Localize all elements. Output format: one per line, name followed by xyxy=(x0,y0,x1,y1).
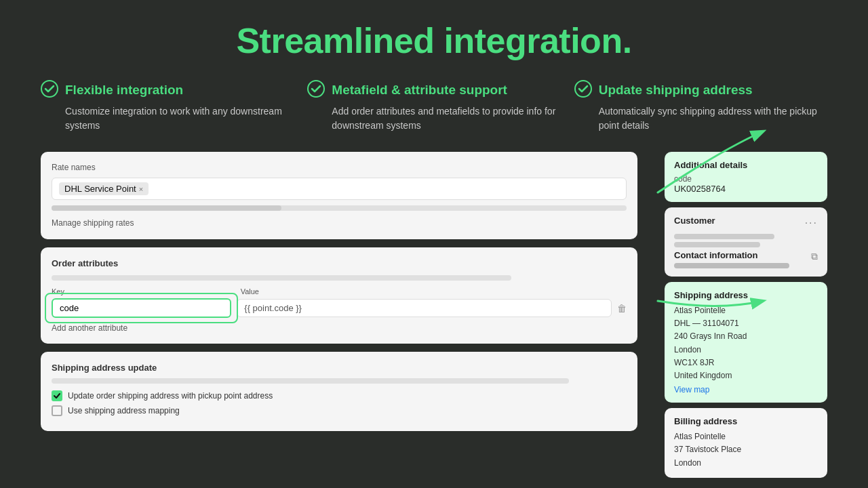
checkbox2-label: Use shipping address mapping xyxy=(68,406,180,415)
additional-details-code-value: UK00258764 xyxy=(674,184,818,194)
feature-shipping-desc: Automatically sync shipping address with… xyxy=(574,104,827,133)
svg-point-1 xyxy=(308,81,324,97)
page: Streamlined integration. Flexible integr… xyxy=(0,0,868,488)
additional-details-code-label: code xyxy=(674,174,818,184)
feature-shipping-title: Update shipping address xyxy=(599,83,753,98)
value-column-header: Value xyxy=(241,287,608,296)
customer-card: Customer ··· Contact information ⧉ xyxy=(665,207,827,277)
left-panel: Rate names DHL Service Point × Manage sh… xyxy=(41,152,637,431)
customer-title: Customer xyxy=(674,216,715,226)
features-row: Flexible integration Customize integrati… xyxy=(41,80,827,133)
feature-shipping-header: Update shipping address xyxy=(574,80,827,100)
order-attrs-card: Order attributes Key Value 🗑 Add another… xyxy=(41,247,637,344)
additional-details-card: Additional details code UK00258764 xyxy=(665,152,827,202)
feature-flexible-desc: Customize integration to work with any d… xyxy=(41,104,294,133)
dhl-tag-close[interactable]: × xyxy=(139,185,143,193)
rate-names-progress-fill xyxy=(52,205,281,211)
svg-point-2 xyxy=(575,81,591,97)
billing-line-3: London xyxy=(674,457,818,470)
feature-shipping: Update shipping address Automatically sy… xyxy=(574,80,827,133)
order-attrs-placeholder xyxy=(52,275,511,281)
order-attrs-title: Order attributes xyxy=(52,258,627,268)
feature-flexible: Flexible integration Customize integrati… xyxy=(41,80,294,133)
addr-line-5: WC1X 8JR xyxy=(674,357,818,369)
dhl-tag: DHL Service Point × xyxy=(59,182,149,195)
shipping-address-card: Shipping address Atlas Pointelle DHL — 3… xyxy=(665,282,827,403)
shipping-bar xyxy=(52,378,569,384)
contact-info-title: Contact information xyxy=(674,250,758,260)
key-column-header: Key xyxy=(52,287,235,296)
checkbox-row-1[interactable]: Update order shipping address with picku… xyxy=(52,390,627,401)
add-attribute-button[interactable]: Add another attribute xyxy=(52,323,627,333)
copy-icon[interactable]: ⧉ xyxy=(811,251,818,262)
customer-bar-1 xyxy=(674,234,774,239)
shipping-update-title: Shipping address update xyxy=(52,363,627,373)
customer-menu-dots[interactable]: ··· xyxy=(805,217,818,229)
addr-line-4: London xyxy=(674,344,818,357)
feature-metafield-title: Metafield & attribute support xyxy=(332,83,507,98)
billing-line-1: Atlas Pointelle xyxy=(674,430,818,443)
checkbox-row-2[interactable]: Use shipping address mapping xyxy=(52,405,627,416)
view-map-link[interactable]: View map xyxy=(674,385,818,394)
feature-metafield-desc: Add order attributes and metafields to p… xyxy=(307,104,560,133)
value-input[interactable] xyxy=(237,299,612,317)
kv-delete-icon[interactable]: 🗑 xyxy=(617,303,627,314)
svg-point-0 xyxy=(41,81,58,97)
rate-names-label: Rate names xyxy=(52,163,627,172)
feature-metafield-header: Metafield & attribute support xyxy=(307,80,560,100)
check-icon-flexible xyxy=(41,80,58,100)
kv-row: 🗑 xyxy=(52,298,627,318)
content-area: Rate names DHL Service Point × Manage sh… xyxy=(41,152,827,478)
billing-address-title: Billing address xyxy=(674,416,818,426)
key-input[interactable] xyxy=(52,298,231,318)
page-title: Streamlined integration. xyxy=(41,20,827,61)
key-highlight-wrapper xyxy=(52,298,231,318)
checkbox-unchecked-icon xyxy=(52,405,62,416)
manage-shipping-link[interactable]: Manage shipping rates xyxy=(52,218,134,228)
rate-names-progress-bg xyxy=(52,205,627,211)
addr-line-1: Atlas Pointelle xyxy=(674,304,818,317)
addr-line-2: DHL — 31104071 xyxy=(674,317,818,330)
checkbox1-label: Update order shipping address with picku… xyxy=(68,391,273,401)
checkbox-checked-icon xyxy=(52,390,62,401)
dhl-tag-text: DHL Service Point xyxy=(64,184,136,194)
check-icon-shipping xyxy=(574,80,592,100)
shipping-address-title: Shipping address xyxy=(674,290,818,300)
rate-names-input[interactable]: DHL Service Point × xyxy=(52,178,627,200)
check-icon-metafield xyxy=(307,80,325,100)
billing-line-2: 37 Tavistock Place xyxy=(674,443,818,456)
rate-names-card: Rate names DHL Service Point × Manage sh… xyxy=(41,152,637,239)
billing-address-card: Billing address Atlas Pointelle 37 Tavis… xyxy=(665,408,827,478)
additional-details-title: Additional details xyxy=(674,160,818,170)
feature-flexible-title: Flexible integration xyxy=(65,83,183,98)
feature-metafield: Metafield & attribute support Add order … xyxy=(307,80,560,133)
customer-bar-2 xyxy=(674,242,760,247)
shipping-update-card: Shipping address update Update order shi… xyxy=(41,352,637,431)
contact-bar xyxy=(674,263,789,268)
addr-line-6: United Kingdom xyxy=(674,369,818,382)
feature-flexible-header: Flexible integration xyxy=(41,80,294,100)
addr-line-3: 240 Grays Inn Road xyxy=(674,330,818,343)
right-panel: Additional details code UK00258764 Custo… xyxy=(665,152,827,478)
customer-header: Customer ··· xyxy=(674,216,818,230)
contact-info-row: Contact information ⧉ xyxy=(674,250,818,263)
